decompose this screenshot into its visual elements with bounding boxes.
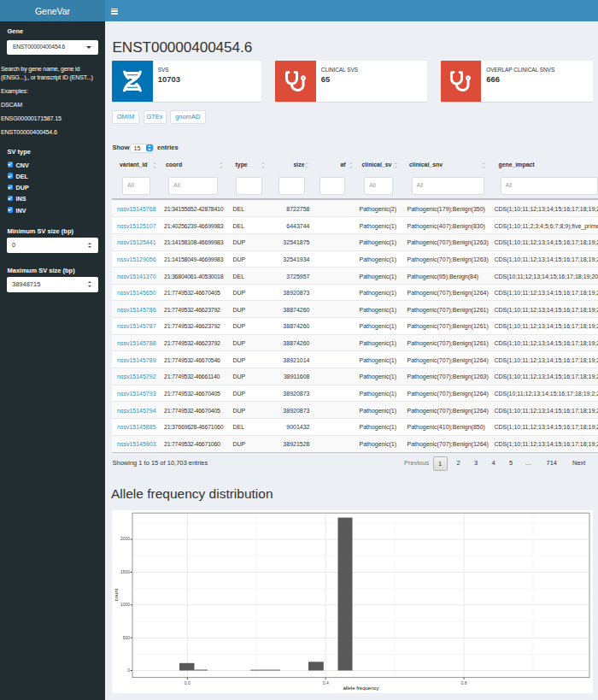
svg-text:1500: 1500: [120, 569, 130, 574]
svg-text:allele frequency: allele frequency: [343, 685, 378, 691]
svg-text:2000: 2000: [120, 536, 130, 541]
svg-text:500: 500: [123, 635, 131, 640]
svg-text:1000: 1000: [120, 602, 130, 607]
svg-text:count: count: [114, 588, 119, 601]
svg-text:0: 0: [127, 668, 130, 673]
svg-text:0.8: 0.8: [461, 680, 467, 685]
svg-text:0.0: 0.0: [185, 680, 191, 685]
svg-text:0.4: 0.4: [323, 680, 329, 685]
